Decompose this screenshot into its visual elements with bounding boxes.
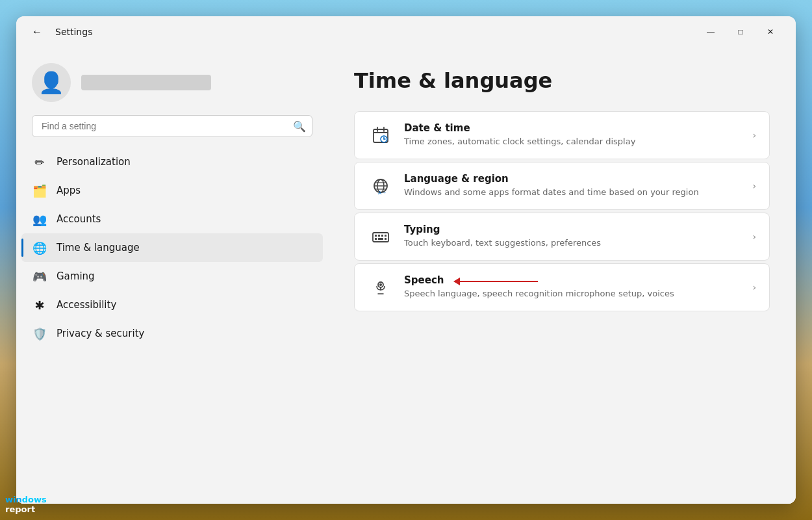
speech-icon xyxy=(368,274,394,300)
sidebar-item-accounts[interactable]: 👥 Accounts xyxy=(21,205,323,233)
speech-title: Speech xyxy=(404,274,444,286)
language-region-chevron: › xyxy=(752,181,756,191)
time-language-icon: 🌐 xyxy=(32,240,47,255)
user-section: 👤 xyxy=(16,58,328,115)
watermark-dows: dows xyxy=(22,495,47,504)
search-box: 🔍 xyxy=(32,115,312,137)
typing-chevron: › xyxy=(752,231,756,242)
search-icon[interactable]: 🔍 xyxy=(293,120,306,133)
arrow-head xyxy=(453,278,460,285)
sidebar-item-privacy-security[interactable]: 🛡️ Privacy & security xyxy=(21,319,323,348)
svg-rect-14 xyxy=(373,233,388,242)
sidebar-item-personalization[interactable]: ✏️ Personalization xyxy=(21,148,323,176)
settings-window: ← Settings — □ ✕ 👤 🔍 xyxy=(16,16,796,504)
date-time-chevron: › xyxy=(752,130,756,140)
date-time-icon xyxy=(368,122,394,148)
title-bar: ← Settings — □ ✕ xyxy=(16,16,796,47)
sidebar: 👤 🔍 ✏️ Personalization 🗂️ Apps xyxy=(16,47,328,504)
window-title: Settings xyxy=(55,27,92,37)
gaming-icon: 🎮 xyxy=(32,268,47,284)
speech-card[interactable]: Speech Speech language, speech recogniti… xyxy=(354,263,770,311)
avatar-icon: 👤 xyxy=(38,70,64,95)
avatar: 👤 xyxy=(32,63,71,102)
svg-rect-15 xyxy=(375,235,377,237)
typing-card[interactable]: Typing Touch keyboard, text suggestions,… xyxy=(354,213,770,261)
search-input[interactable] xyxy=(32,115,312,137)
svg-rect-19 xyxy=(375,238,377,240)
svg-rect-16 xyxy=(378,235,380,237)
typing-icon xyxy=(368,224,394,250)
watermark-win: win xyxy=(5,495,22,504)
typing-desc: Touch keyboard, text suggestions, prefer… xyxy=(404,237,744,249)
sidebar-item-time-language[interactable]: 🌐 Time & language xyxy=(21,233,323,262)
date-time-card[interactable]: Date & time Time zones, automatic clock … xyxy=(354,111,770,159)
language-region-card[interactable]: A → Language & region Windows and some a… xyxy=(354,162,770,210)
language-region-title: Language & region xyxy=(404,173,744,185)
sidebar-item-label: Gaming xyxy=(57,270,95,282)
apps-icon: 🗂️ xyxy=(32,183,47,198)
arrow-line xyxy=(460,281,538,282)
sidebar-item-label: Privacy & security xyxy=(57,328,144,339)
sidebar-item-label: Personalization xyxy=(57,156,131,168)
sidebar-item-apps[interactable]: 🗂️ Apps xyxy=(21,176,323,205)
watermark: windows report xyxy=(5,495,47,515)
back-button[interactable]: ← xyxy=(27,21,47,42)
window-controls: — □ ✕ xyxy=(696,21,785,42)
accessibility-icon: ✱ xyxy=(32,297,47,313)
watermark-report: report xyxy=(5,504,35,514)
typing-text: Typing Touch keyboard, text suggestions,… xyxy=(404,224,744,249)
sidebar-item-label: Accessibility xyxy=(57,299,116,311)
maximize-button[interactable]: □ xyxy=(726,21,755,42)
language-region-text: Language & region Windows and some apps … xyxy=(404,173,744,198)
speech-arrow xyxy=(454,278,538,285)
svg-point-24 xyxy=(379,283,382,286)
language-region-icon: A → xyxy=(368,173,394,199)
content-area: 👤 🔍 ✏️ Personalization 🗂️ Apps xyxy=(16,47,796,504)
typing-title: Typing xyxy=(404,224,744,235)
accounts-icon: 👥 xyxy=(32,211,47,227)
speech-chevron: › xyxy=(752,282,756,292)
date-time-title: Date & time xyxy=(404,122,744,134)
close-button[interactable]: ✕ xyxy=(755,21,785,42)
svg-rect-18 xyxy=(385,235,387,237)
language-region-desc: Windows and some apps format dates and t… xyxy=(404,187,744,198)
sidebar-item-gaming[interactable]: 🎮 Gaming xyxy=(21,262,323,291)
sidebar-item-label: Apps xyxy=(57,185,81,196)
sidebar-item-label: Time & language xyxy=(57,242,140,254)
svg-rect-21 xyxy=(385,238,387,240)
main-panel: Time & language Date & time xyxy=(328,47,796,504)
speech-text: Speech Speech language, speech recogniti… xyxy=(404,274,744,300)
privacy-security-icon: 🛡️ xyxy=(32,326,47,341)
title-bar-left: ← Settings xyxy=(27,21,92,42)
date-time-text: Date & time Time zones, automatic clock … xyxy=(404,122,744,148)
svg-rect-17 xyxy=(381,235,383,237)
user-name-placeholder xyxy=(81,75,211,90)
speech-desc: Speech language, speech recognition micr… xyxy=(404,288,744,300)
svg-rect-20 xyxy=(378,238,383,240)
page-title: Time & language xyxy=(354,68,770,93)
svg-text:→: → xyxy=(381,190,387,195)
nav-list: ✏️ Personalization 🗂️ Apps 👥 Accounts 🌐 … xyxy=(16,148,328,348)
minimize-button[interactable]: — xyxy=(696,21,726,42)
personalization-icon: ✏️ xyxy=(32,154,47,170)
date-time-desc: Time zones, automatic clock settings, ca… xyxy=(404,136,744,148)
sidebar-item-accessibility[interactable]: ✱ Accessibility xyxy=(21,291,323,319)
sidebar-item-label: Accounts xyxy=(57,213,101,225)
